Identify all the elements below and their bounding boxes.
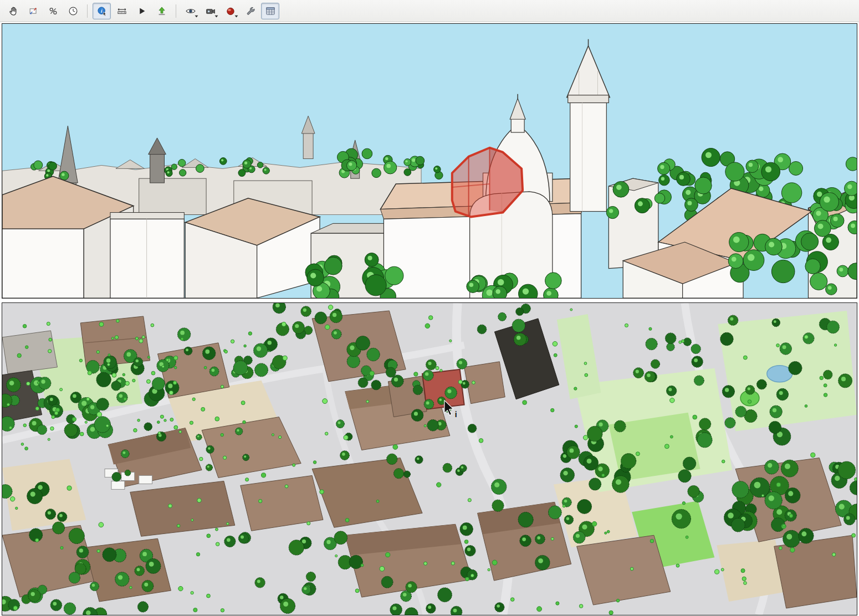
2d-map-viewport[interactable]: i xyxy=(2,302,857,615)
tree-highlight xyxy=(338,422,341,424)
tree-highlight xyxy=(647,373,650,377)
tree xyxy=(676,564,679,567)
tree xyxy=(219,158,227,165)
ratio-measure-tool[interactable] xyxy=(44,3,62,19)
tree xyxy=(443,463,452,473)
tree xyxy=(697,433,712,448)
tools-button[interactable] xyxy=(241,3,259,19)
tree xyxy=(272,434,274,436)
tree xyxy=(48,438,50,440)
dropdown-caret-icon[interactable] xyxy=(234,15,238,18)
tree-highlight xyxy=(494,482,499,487)
tree-highlight xyxy=(730,317,733,321)
tree xyxy=(134,357,143,367)
tree-highlight xyxy=(349,163,352,166)
tree xyxy=(781,183,801,203)
toolbar-separator xyxy=(87,4,88,18)
tree xyxy=(824,393,827,397)
tree xyxy=(207,534,211,538)
tree xyxy=(801,233,819,250)
tree xyxy=(745,386,755,395)
tree xyxy=(104,356,116,368)
tree xyxy=(692,356,703,367)
tree xyxy=(403,471,410,478)
tree-highlight xyxy=(136,360,139,362)
tree xyxy=(636,452,640,456)
tree xyxy=(224,350,228,353)
tree xyxy=(215,417,219,421)
tree-highlight xyxy=(733,237,740,243)
tree-highlight xyxy=(186,348,188,351)
tree xyxy=(135,337,138,340)
tree xyxy=(830,214,844,228)
identify-tool[interactable]: i xyxy=(93,3,111,19)
tree-highlight xyxy=(569,449,574,453)
dropdown-caret-icon[interactable] xyxy=(214,15,218,18)
tree xyxy=(112,473,121,482)
tree-highlight xyxy=(406,160,408,162)
tree-highlight xyxy=(839,504,845,509)
tree xyxy=(512,319,525,332)
tree xyxy=(302,585,311,594)
tree xyxy=(27,489,43,504)
tree xyxy=(25,447,28,450)
rect-shape xyxy=(303,131,313,158)
tree-highlight xyxy=(142,552,147,556)
tree xyxy=(805,259,820,274)
tree xyxy=(223,456,227,459)
time-tool[interactable] xyxy=(64,3,82,19)
tree xyxy=(135,566,145,576)
tree xyxy=(356,336,370,351)
tree xyxy=(583,435,587,440)
tree-highlight xyxy=(564,500,567,503)
tree xyxy=(345,519,349,522)
tree xyxy=(750,478,770,497)
tree-highlight xyxy=(426,401,430,404)
tree-highlight xyxy=(73,394,76,398)
tree-highlight xyxy=(326,540,330,544)
pan-tool[interactable] xyxy=(4,3,22,19)
tree-highlight xyxy=(546,291,551,296)
tree-highlight xyxy=(828,286,832,290)
tree xyxy=(548,506,561,519)
tree-highlight xyxy=(118,575,122,579)
tree xyxy=(789,161,803,175)
tree-highlight xyxy=(824,197,830,203)
tree xyxy=(779,547,783,550)
poly-shape xyxy=(464,362,505,404)
tree xyxy=(765,492,782,509)
3d-scene-viewport[interactable] xyxy=(2,23,857,299)
tree-highlight xyxy=(522,537,526,541)
tree xyxy=(414,372,418,376)
dropdown-caret-icon[interactable] xyxy=(195,15,198,18)
tree xyxy=(361,564,364,567)
tree xyxy=(171,164,177,170)
tree xyxy=(649,327,652,330)
play-button[interactable] xyxy=(132,3,151,19)
camera-menu-button[interactable] xyxy=(201,3,219,19)
tree-highlight xyxy=(754,482,761,489)
visibility-menu-button[interactable] xyxy=(181,3,200,19)
tree-highlight xyxy=(447,389,451,393)
attribute-table-button[interactable] xyxy=(261,3,279,19)
tree-highlight xyxy=(408,584,412,588)
tree xyxy=(415,456,423,464)
measure-tool[interactable] xyxy=(113,3,131,19)
tree xyxy=(664,444,669,449)
tree-highlight xyxy=(749,163,753,167)
tree xyxy=(174,366,177,369)
tree xyxy=(789,361,802,374)
tree xyxy=(257,162,263,168)
export-button[interactable] xyxy=(152,3,171,19)
tree xyxy=(306,572,315,581)
application-window: i i xyxy=(0,0,859,616)
tree xyxy=(491,479,506,495)
tree-highlight xyxy=(244,162,247,165)
poly-shape xyxy=(110,219,184,298)
globe-menu-button[interactable] xyxy=(221,3,239,19)
tree xyxy=(702,148,720,167)
tree-highlight xyxy=(566,517,569,520)
tree xyxy=(614,420,626,432)
zoom-extent-tool[interactable] xyxy=(24,3,42,19)
tree xyxy=(279,436,282,439)
